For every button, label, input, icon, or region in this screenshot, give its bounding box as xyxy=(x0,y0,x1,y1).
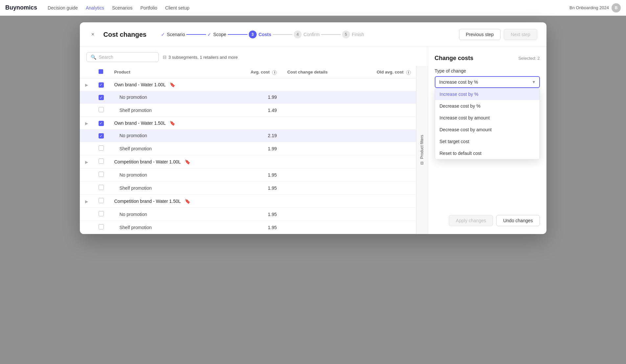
check-cell-3[interactable] xyxy=(93,155,109,168)
table-row: ▶ Own brand - Water 1.50L 🔖 xyxy=(80,117,416,130)
table-row: ▶ Competition brand - Water 1.00L 🔖 xyxy=(80,155,416,168)
check-cell-3-1[interactable] xyxy=(93,168,109,182)
search-box[interactable]: 🔍 xyxy=(86,52,159,62)
check-cell-2-2[interactable] xyxy=(93,142,109,155)
step2-check-icon: ✓ xyxy=(207,32,211,37)
avg-cost-cell-3-2: 1.95 xyxy=(230,182,282,195)
workspace-name: Bn Onboarding 2024 xyxy=(569,5,609,10)
check-cell-4-2[interactable] xyxy=(93,221,109,234)
checkbox-1[interactable] xyxy=(99,82,104,88)
expand-cell-4[interactable]: ▶ xyxy=(80,195,93,208)
search-input[interactable] xyxy=(99,54,154,60)
next-step-button[interactable]: Next step xyxy=(504,29,537,40)
expand-icon-2[interactable]: ▶ xyxy=(85,121,88,126)
step1-check-icon: ✓ xyxy=(161,32,165,37)
dropdown-selected-value: Increase cost by % xyxy=(439,79,478,85)
bookmark-icon-2[interactable]: 🔖 xyxy=(170,120,175,126)
expand-icon-1[interactable]: ▶ xyxy=(85,83,88,87)
dropdown-option-3[interactable]: Decrease cost by amount xyxy=(435,124,540,136)
dropdown-option-4[interactable]: Set target cost xyxy=(435,136,540,147)
header-checkbox[interactable] xyxy=(99,69,103,74)
product-filter-button[interactable]: ⊟ Product filters xyxy=(416,66,428,234)
dropdown-option-2[interactable]: Increase cost by amount xyxy=(435,112,540,124)
step1-label: Scenario xyxy=(167,32,185,37)
check-cell-2[interactable] xyxy=(93,117,109,130)
nav-scenarios[interactable]: Scenarios xyxy=(112,4,132,12)
product-name-3: Competition brand - Water 1.00L xyxy=(114,159,181,164)
dropdown-option-1[interactable]: Decrease cost by % xyxy=(435,100,540,112)
apply-changes-button: Apply changes xyxy=(449,215,493,226)
connector-2-3 xyxy=(228,34,247,35)
step4-circle: 4 xyxy=(294,31,302,38)
close-button[interactable]: × xyxy=(89,31,97,38)
checkbox-2-1[interactable] xyxy=(99,133,104,139)
undo-changes-button[interactable]: Undo changes xyxy=(496,215,540,226)
old-avg-cost-cell-1 xyxy=(354,78,416,91)
checkbox-4-1[interactable] xyxy=(99,211,104,216)
nav-analytics[interactable]: Analytics xyxy=(86,4,104,12)
panel-header: Change costs Selected: 2 xyxy=(435,55,540,62)
check-cell-2-1[interactable] xyxy=(93,129,109,142)
check-cell-4-1[interactable] xyxy=(93,208,109,221)
avatar[interactable]: B xyxy=(612,3,621,12)
expand-icon-3[interactable]: ▶ xyxy=(85,160,88,164)
avg-cost-info-icon[interactable]: ℹ xyxy=(272,70,277,75)
checkbox-4[interactable] xyxy=(99,198,104,203)
cost-change-cell-1-2 xyxy=(282,104,353,117)
panel-title: Change costs xyxy=(435,55,474,62)
th-avg-cost-label: Avg. cost xyxy=(251,70,270,75)
filter-badge: ⊟ 3 subsegments, 1 retailers and more xyxy=(163,54,238,60)
expand-cell-2-2 xyxy=(80,142,93,155)
checkbox-3-2[interactable] xyxy=(99,185,104,190)
expand-cell-2[interactable]: ▶ xyxy=(80,117,93,130)
modal-header: × Cost changes ✓ Scenario ✓ Scope 3 xyxy=(80,22,546,47)
old-avg-cost-info-icon[interactable]: ℹ xyxy=(406,70,411,75)
checkbox-1-1[interactable] xyxy=(99,95,104,100)
checkbox-1-2[interactable] xyxy=(99,107,104,112)
table-row: ▶ Own brand - Water 1.00L 🔖 xyxy=(80,78,416,91)
bookmark-icon-4[interactable]: 🔖 xyxy=(185,199,190,204)
bookmark-icon-1[interactable]: 🔖 xyxy=(170,82,175,87)
check-cell-4[interactable] xyxy=(93,195,109,208)
name-cell-3-2: Shelf promotion xyxy=(109,182,231,195)
bookmark-icon-3[interactable]: 🔖 xyxy=(185,159,190,164)
expand-icon-4[interactable]: ▶ xyxy=(85,199,88,204)
th-product-label: Product xyxy=(114,70,130,75)
previous-step-button[interactable]: Previous step xyxy=(459,29,501,40)
avg-cost-cell-1-2: 1.49 xyxy=(230,104,282,117)
avg-cost-cell-2-1: 2.19 xyxy=(230,129,282,142)
stepper: ✓ Scenario ✓ Scope 3 Costs 4 xyxy=(161,31,452,38)
checkbox-2[interactable] xyxy=(99,121,104,126)
dropdown-option-5[interactable]: Reset to default cost xyxy=(435,147,540,159)
nav-portfolio[interactable]: Portfolio xyxy=(140,4,157,12)
expand-cell-2-1 xyxy=(80,129,93,142)
dropdown-option-0[interactable]: Increase cost by % xyxy=(435,88,540,100)
table-row: Shelf promotion 1.95 xyxy=(80,221,416,234)
checkbox-2-2[interactable] xyxy=(99,145,104,151)
checkbox-3[interactable] xyxy=(99,159,104,164)
checkbox-3-1[interactable] xyxy=(99,172,104,177)
expand-cell-4-1 xyxy=(80,208,93,221)
type-of-change-dropdown[interactable]: Increase cost by % xyxy=(435,76,540,88)
modal-body: 🔍 ⊟ 3 subsegments, 1 retailers and more xyxy=(80,47,546,234)
check-cell-3-2[interactable] xyxy=(93,182,109,195)
checkbox-4-2[interactable] xyxy=(99,224,104,229)
expand-cell-3[interactable]: ▶ xyxy=(80,155,93,168)
nav-client-setup[interactable]: Client setup xyxy=(165,4,190,12)
cost-change-cell-2-1 xyxy=(282,129,353,142)
old-avg-cost-cell-4-1 xyxy=(354,208,416,221)
check-cell-1-1[interactable] xyxy=(93,91,109,104)
check-cell-1-2[interactable] xyxy=(93,104,109,117)
subproduct-name-3-2: Shelf promotion xyxy=(114,185,152,191)
expand-cell-1[interactable]: ▶ xyxy=(80,78,93,91)
content-area: 🔍 ⊟ 3 subsegments, 1 retailers and more xyxy=(80,47,428,234)
avg-cost-cell-4 xyxy=(230,195,282,208)
name-cell-4-2: Shelf promotion xyxy=(109,221,231,234)
table-row: No promotion 1.95 xyxy=(80,168,416,182)
table-row: No promotion 1.95 xyxy=(80,208,416,221)
nav-decision-guide[interactable]: Decision guide xyxy=(48,4,78,12)
avg-cost-cell-1 xyxy=(230,78,282,91)
subproduct-name-2-2: Shelf promotion xyxy=(114,146,152,151)
connector-4-5 xyxy=(321,34,341,35)
check-cell-1[interactable] xyxy=(93,78,109,91)
